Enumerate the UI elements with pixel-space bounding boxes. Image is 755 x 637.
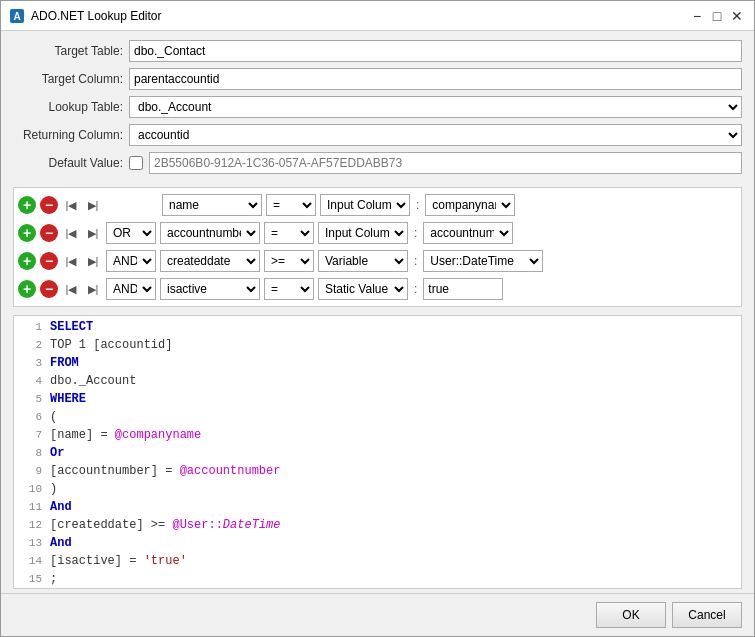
val-select-3[interactable]: User::DateTime	[423, 250, 543, 272]
line-number: 7	[18, 428, 42, 441]
sql-code: TOP 1 [accountid]	[50, 338, 172, 352]
default-value-checkbox[interactable]	[129, 156, 143, 170]
sql-line: 14 [isactive] = 'true'	[14, 554, 741, 572]
default-value-label: Default Value:	[13, 156, 123, 170]
op-select-2[interactable]: =	[264, 222, 314, 244]
line-number: 8	[18, 446, 42, 459]
val-select-2[interactable]: accountnumber	[423, 222, 513, 244]
title-bar: A ADO.NET Lookup Editor − □ ✕	[1, 1, 754, 31]
svg-text:A: A	[13, 11, 20, 22]
sql-line: 4 dbo._Account	[14, 374, 741, 392]
op-select-3[interactable]: >=	[264, 250, 314, 272]
sql-line: 10 )	[14, 482, 741, 500]
main-window: A ADO.NET Lookup Editor − □ ✕ Target Tab…	[0, 0, 755, 637]
condition-row-2: + − |◀ ▶| OR accountnumber = Input Colum…	[18, 220, 737, 246]
sql-code: [accountnumber] = @accountnumber	[50, 464, 280, 478]
col-select-2[interactable]: accountnumber	[160, 222, 260, 244]
sql-code: Or	[50, 446, 64, 460]
logic-select-4[interactable]: AND	[106, 278, 156, 300]
first-condition-4[interactable]: |◀	[62, 280, 80, 298]
line-number: 3	[18, 356, 42, 369]
type-select-1[interactable]: Input Column	[320, 194, 410, 216]
col-select-3[interactable]: createddate	[160, 250, 260, 272]
val-select-1[interactable]: companyname	[425, 194, 515, 216]
footer: OK Cancel	[1, 593, 754, 636]
line-number: 11	[18, 500, 42, 513]
line-number: 1	[18, 320, 42, 333]
sql-code: And	[50, 500, 72, 514]
target-column-row: Target Column:	[13, 67, 742, 91]
sql-line: 5WHERE	[14, 392, 741, 410]
remove-condition-3[interactable]: −	[40, 252, 58, 270]
logic-select-3[interactable]: AND	[106, 250, 156, 272]
returning-column-row: Returning Column: accountid	[13, 123, 742, 147]
default-value-input[interactable]	[149, 152, 742, 174]
sql-code: And	[50, 536, 72, 550]
sql-line: 1SELECT	[14, 320, 741, 338]
ok-button[interactable]: OK	[596, 602, 666, 628]
minimize-button[interactable]: −	[688, 7, 706, 25]
line-number: 4	[18, 374, 42, 387]
logic-select-2[interactable]: OR	[106, 222, 156, 244]
condition-row-1: + − |◀ ▶| name = Input Column : companyn…	[18, 192, 737, 218]
maximize-button[interactable]: □	[708, 7, 726, 25]
remove-condition-1[interactable]: −	[40, 196, 58, 214]
last-condition-2[interactable]: ▶|	[84, 224, 102, 242]
type-select-4[interactable]: Static Value	[318, 278, 408, 300]
last-condition-3[interactable]: ▶|	[84, 252, 102, 270]
last-condition-4[interactable]: ▶|	[84, 280, 102, 298]
type-select-2[interactable]: Input Column	[318, 222, 408, 244]
target-table-input[interactable]	[129, 40, 742, 62]
add-condition-1[interactable]: +	[18, 196, 36, 214]
sql-code: [name] = @companyname	[50, 428, 201, 442]
add-condition-2[interactable]: +	[18, 224, 36, 242]
op-select-4[interactable]: =	[264, 278, 314, 300]
form-area: Target Table: Target Column: Lookup Tabl…	[1, 31, 754, 183]
sql-code: SELECT	[50, 320, 93, 334]
returning-column-select[interactable]: accountid	[129, 124, 742, 146]
first-condition-3[interactable]: |◀	[62, 252, 80, 270]
sql-line: 9 [accountnumber] = @accountnumber	[14, 464, 741, 482]
target-table-label: Target Table:	[13, 44, 123, 58]
sql-code: FROM	[50, 356, 79, 370]
cancel-button[interactable]: Cancel	[672, 602, 742, 628]
sql-line: 8 Or	[14, 446, 741, 464]
add-condition-3[interactable]: +	[18, 252, 36, 270]
last-condition-1[interactable]: ▶|	[84, 196, 102, 214]
condition-row-4: + − |◀ ▶| AND isactive = Static Value :	[18, 276, 737, 302]
line-number: 2	[18, 338, 42, 351]
first-condition-2[interactable]: |◀	[62, 224, 80, 242]
sql-line: 12 [createddate] >= @User::DateTime	[14, 518, 741, 536]
sql-code: ;	[50, 572, 57, 586]
line-number: 14	[18, 554, 42, 567]
sql-line: 6 (	[14, 410, 741, 428]
condition-row-3: + − |◀ ▶| AND createddate >= Variable : …	[18, 248, 737, 274]
col-select-1[interactable]: name	[162, 194, 262, 216]
target-column-input[interactable]	[129, 68, 742, 90]
sql-line: 13 And	[14, 536, 741, 554]
add-condition-4[interactable]: +	[18, 280, 36, 298]
lookup-table-row: Lookup Table: dbo._Account	[13, 95, 742, 119]
remove-condition-2[interactable]: −	[40, 224, 58, 242]
sql-line: 3FROM	[14, 356, 741, 374]
sql-line: 2 TOP 1 [accountid]	[14, 338, 741, 356]
type-select-3[interactable]: Variable	[318, 250, 408, 272]
lookup-table-select[interactable]: dbo._Account	[129, 96, 742, 118]
sql-code: WHERE	[50, 392, 86, 406]
close-button[interactable]: ✕	[728, 7, 746, 25]
returning-column-label: Returning Column:	[13, 128, 123, 142]
remove-condition-4[interactable]: −	[40, 280, 58, 298]
line-number: 15	[18, 572, 42, 585]
op-select-1[interactable]: =	[266, 194, 316, 216]
col-select-4[interactable]: isactive	[160, 278, 260, 300]
lookup-table-label: Lookup Table:	[13, 100, 123, 114]
sql-area: 1SELECT2 TOP 1 [accountid]3FROM4 dbo._Ac…	[13, 315, 742, 589]
sql-code: [createddate] >= @User::DateTime	[50, 518, 280, 532]
first-condition-1[interactable]: |◀	[62, 196, 80, 214]
sql-line: 7 [name] = @companyname	[14, 428, 741, 446]
conditions-area: + − |◀ ▶| name = Input Column : companyn…	[13, 187, 742, 307]
val-input-4[interactable]	[423, 278, 503, 300]
sql-code: [isactive] = 'true'	[50, 554, 187, 568]
line-number: 5	[18, 392, 42, 405]
default-value-row: Default Value:	[13, 151, 742, 175]
